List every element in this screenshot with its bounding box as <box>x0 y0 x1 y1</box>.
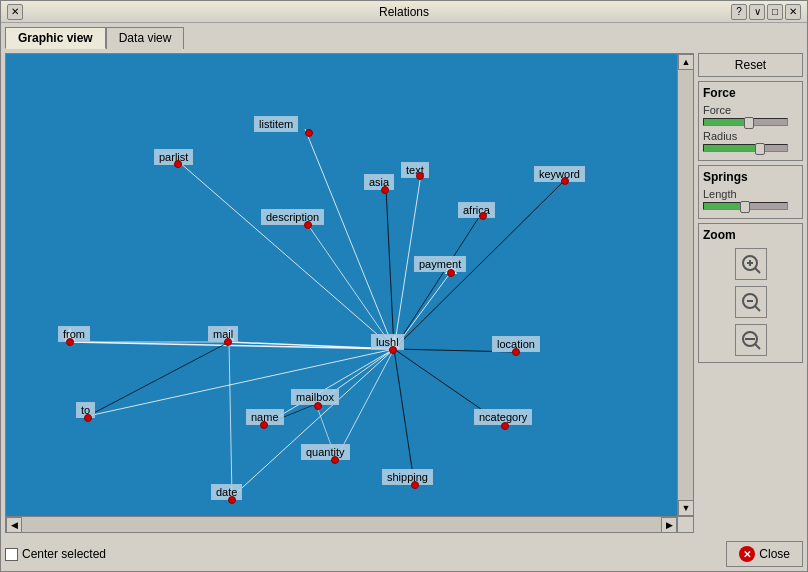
svg-line-1 <box>179 162 394 349</box>
dot-ncategory <box>501 422 509 430</box>
length-slider-container: Length <box>703 188 798 210</box>
zoom-section: Zoom <box>698 223 803 363</box>
graph-canvas[interactable]: listitem parlist asia text <box>6 54 693 532</box>
node-listitem[interactable]: listitem <box>254 116 298 132</box>
center-selected-container: Center selected <box>5 547 106 561</box>
zoom-out-icon <box>740 329 762 351</box>
svg-line-16 <box>394 349 414 482</box>
node-asia[interactable]: asia <box>364 174 394 190</box>
dot-parlist <box>174 160 182 168</box>
dot-text <box>416 172 424 180</box>
minimize-button[interactable]: ∨ <box>749 4 765 20</box>
tab-bar: Graphic view Data view <box>5 27 803 49</box>
graph-area-wrapper: listitem parlist asia text <box>5 53 694 533</box>
zoom-controls <box>703 246 798 358</box>
dot-keyword <box>561 177 569 185</box>
title-bar: ✕ Relations ? ∨ □ ✕ <box>1 1 807 23</box>
zoom-section-title: Zoom <box>703 228 798 242</box>
node-from[interactable]: from <box>58 326 90 342</box>
dot-listitem <box>305 129 313 137</box>
dot-description <box>304 221 312 229</box>
reset-button[interactable]: Reset <box>698 53 803 77</box>
radius-slider-thumb[interactable] <box>755 143 765 155</box>
svg-line-8 <box>70 342 394 349</box>
dot-from <box>66 338 74 346</box>
force-slider[interactable] <box>703 118 788 126</box>
springs-section: Springs Length <box>698 165 803 219</box>
node-description[interactable]: description <box>261 209 324 225</box>
title-bar-left: ✕ <box>7 4 23 20</box>
help-button[interactable]: ? <box>731 4 747 20</box>
dot-location <box>512 348 520 356</box>
main-content: listitem parlist asia text <box>5 53 803 533</box>
length-label: Length <box>703 188 798 200</box>
node-mail[interactable]: mail <box>208 326 238 342</box>
dot-asia <box>381 186 389 194</box>
node-shipping[interactable]: shipping <box>382 469 433 485</box>
dot-africa <box>479 212 487 220</box>
window-title: Relations <box>379 5 429 19</box>
center-selected-checkbox[interactable] <box>5 548 18 561</box>
close-button[interactable]: ✕ <box>785 4 801 20</box>
content-area: Graphic view Data view <box>1 23 807 537</box>
svg-line-36 <box>755 344 760 349</box>
close-dialog-button[interactable]: ✕ Close <box>726 541 803 567</box>
svg-line-30 <box>755 268 760 273</box>
force-section-title: Force <box>703 86 798 100</box>
main-window: ✕ Relations ? ∨ □ ✕ Graphic view Data vi… <box>0 0 808 572</box>
force-slider-container: Force <box>703 104 798 126</box>
node-lushl[interactable]: lushl <box>371 334 404 350</box>
dot-date <box>228 496 236 504</box>
close-icon: ✕ <box>739 546 755 562</box>
svg-line-6 <box>394 214 481 349</box>
svg-line-2 <box>386 188 394 349</box>
dot-quantity <box>331 456 339 464</box>
zoom-reset-button[interactable] <box>735 286 767 318</box>
close-window-button[interactable]: ✕ <box>7 4 23 20</box>
dot-mail <box>224 338 232 346</box>
radius-slider-container: Radius <box>703 130 798 152</box>
dot-to <box>84 414 92 422</box>
zoom-out-button[interactable] <box>735 324 767 356</box>
maximize-button[interactable]: □ <box>767 4 783 20</box>
tab-data-view[interactable]: Data view <box>106 27 185 49</box>
force-label: Force <box>703 104 798 116</box>
dot-shipping <box>411 481 419 489</box>
force-slider-fill <box>704 119 750 125</box>
node-payment[interactable]: payment <box>414 256 466 272</box>
length-slider[interactable] <box>703 202 788 210</box>
node-keyword[interactable]: keyword <box>534 166 585 182</box>
node-date[interactable]: date <box>211 484 242 500</box>
right-panel: Reset Force Force Radius <box>698 53 803 533</box>
force-slider-thumb[interactable] <box>744 117 754 129</box>
svg-line-20 <box>229 342 232 497</box>
radius-slider-fill <box>704 145 762 151</box>
zoom-in-button[interactable] <box>735 248 767 280</box>
bottom-bar: Center selected ✕ Close <box>1 537 807 571</box>
length-slider-thumb[interactable] <box>740 201 750 213</box>
window-controls: ? ∨ □ ✕ <box>731 4 801 20</box>
springs-section-title: Springs <box>703 170 798 184</box>
dot-payment <box>447 269 455 277</box>
radius-label: Radius <box>703 130 798 142</box>
tab-graphic-view[interactable]: Graphic view <box>5 27 106 49</box>
node-quantity[interactable]: quantity <box>301 444 350 460</box>
graph-edges <box>6 54 693 532</box>
dot-lushl <box>389 346 397 354</box>
node-africa[interactable]: africa <box>458 202 495 218</box>
center-selected-label: Center selected <box>22 547 106 561</box>
force-section: Force Force Radius <box>698 81 803 161</box>
svg-line-19 <box>88 342 229 416</box>
zoom-in-icon <box>740 253 762 275</box>
dot-mailbox <box>314 402 322 410</box>
svg-line-33 <box>755 306 760 311</box>
zoom-reset-icon <box>740 291 762 313</box>
svg-line-11 <box>88 349 394 416</box>
dot-name <box>260 421 268 429</box>
radius-slider[interactable] <box>703 144 788 152</box>
node-text[interactable]: text <box>401 162 429 178</box>
